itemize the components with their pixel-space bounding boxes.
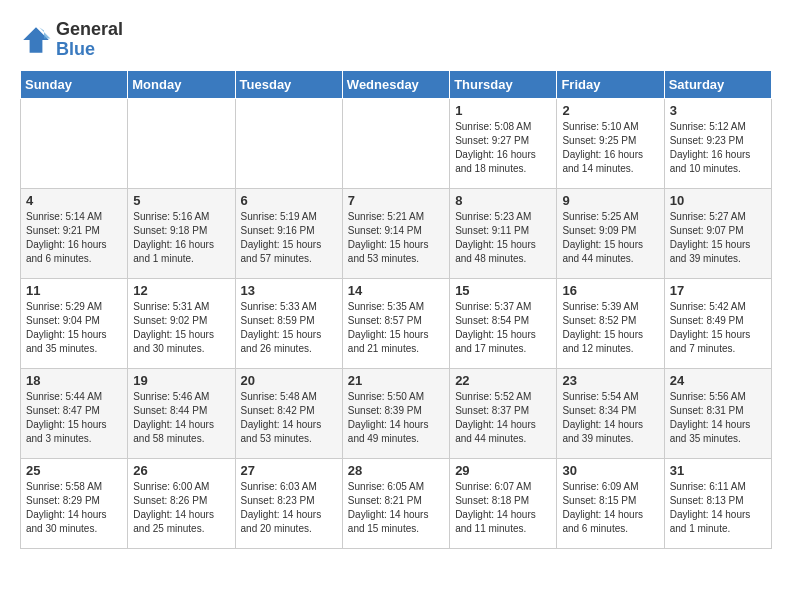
- day-info: Sunrise: 5:27 AMSunset: 9:07 PMDaylight:…: [670, 210, 766, 266]
- day-number: 13: [241, 283, 337, 298]
- day-info: Sunrise: 5:23 AMSunset: 9:11 PMDaylight:…: [455, 210, 551, 266]
- day-cell: 12Sunrise: 5:31 AMSunset: 9:02 PMDayligh…: [128, 278, 235, 368]
- day-info: Sunrise: 5:35 AMSunset: 8:57 PMDaylight:…: [348, 300, 444, 356]
- col-header-tuesday: Tuesday: [235, 70, 342, 98]
- day-info: Sunrise: 5:50 AMSunset: 8:39 PMDaylight:…: [348, 390, 444, 446]
- day-cell: 29Sunrise: 6:07 AMSunset: 8:18 PMDayligh…: [450, 458, 557, 548]
- day-number: 22: [455, 373, 551, 388]
- day-cell: 15Sunrise: 5:37 AMSunset: 8:54 PMDayligh…: [450, 278, 557, 368]
- logo: General Blue: [20, 20, 123, 60]
- col-header-saturday: Saturday: [664, 70, 771, 98]
- day-number: 24: [670, 373, 766, 388]
- col-header-thursday: Thursday: [450, 70, 557, 98]
- day-number: 9: [562, 193, 658, 208]
- week-row-1: 1Sunrise: 5:08 AMSunset: 9:27 PMDaylight…: [21, 98, 772, 188]
- day-info: Sunrise: 5:08 AMSunset: 9:27 PMDaylight:…: [455, 120, 551, 176]
- day-cell: 25Sunrise: 5:58 AMSunset: 8:29 PMDayligh…: [21, 458, 128, 548]
- day-number: 6: [241, 193, 337, 208]
- week-row-3: 11Sunrise: 5:29 AMSunset: 9:04 PMDayligh…: [21, 278, 772, 368]
- day-number: 21: [348, 373, 444, 388]
- day-number: 27: [241, 463, 337, 478]
- day-cell: 24Sunrise: 5:56 AMSunset: 8:31 PMDayligh…: [664, 368, 771, 458]
- calendar-table: SundayMondayTuesdayWednesdayThursdayFrid…: [20, 70, 772, 549]
- day-number: 20: [241, 373, 337, 388]
- day-info: Sunrise: 5:16 AMSunset: 9:18 PMDaylight:…: [133, 210, 229, 266]
- day-cell: 20Sunrise: 5:48 AMSunset: 8:42 PMDayligh…: [235, 368, 342, 458]
- day-info: Sunrise: 5:58 AMSunset: 8:29 PMDaylight:…: [26, 480, 122, 536]
- day-number: 17: [670, 283, 766, 298]
- day-info: Sunrise: 5:19 AMSunset: 9:16 PMDaylight:…: [241, 210, 337, 266]
- day-cell: 27Sunrise: 6:03 AMSunset: 8:23 PMDayligh…: [235, 458, 342, 548]
- day-cell: 18Sunrise: 5:44 AMSunset: 8:47 PMDayligh…: [21, 368, 128, 458]
- week-row-2: 4Sunrise: 5:14 AMSunset: 9:21 PMDaylight…: [21, 188, 772, 278]
- day-info: Sunrise: 6:09 AMSunset: 8:15 PMDaylight:…: [562, 480, 658, 536]
- col-header-monday: Monday: [128, 70, 235, 98]
- day-number: 16: [562, 283, 658, 298]
- day-number: 28: [348, 463, 444, 478]
- day-cell: 26Sunrise: 6:00 AMSunset: 8:26 PMDayligh…: [128, 458, 235, 548]
- day-cell: 16Sunrise: 5:39 AMSunset: 8:52 PMDayligh…: [557, 278, 664, 368]
- day-number: 5: [133, 193, 229, 208]
- day-info: Sunrise: 5:25 AMSunset: 9:09 PMDaylight:…: [562, 210, 658, 266]
- day-cell: [21, 98, 128, 188]
- day-info: Sunrise: 5:29 AMSunset: 9:04 PMDaylight:…: [26, 300, 122, 356]
- day-number: 8: [455, 193, 551, 208]
- day-cell: 5Sunrise: 5:16 AMSunset: 9:18 PMDaylight…: [128, 188, 235, 278]
- day-info: Sunrise: 5:21 AMSunset: 9:14 PMDaylight:…: [348, 210, 444, 266]
- day-info: Sunrise: 6:00 AMSunset: 8:26 PMDaylight:…: [133, 480, 229, 536]
- day-cell: 23Sunrise: 5:54 AMSunset: 8:34 PMDayligh…: [557, 368, 664, 458]
- day-cell: 17Sunrise: 5:42 AMSunset: 8:49 PMDayligh…: [664, 278, 771, 368]
- day-cell: [342, 98, 449, 188]
- day-number: 3: [670, 103, 766, 118]
- day-cell: 14Sunrise: 5:35 AMSunset: 8:57 PMDayligh…: [342, 278, 449, 368]
- svg-marker-0: [23, 27, 49, 53]
- day-number: 26: [133, 463, 229, 478]
- day-number: 31: [670, 463, 766, 478]
- header-row: SundayMondayTuesdayWednesdayThursdayFrid…: [21, 70, 772, 98]
- day-info: Sunrise: 5:48 AMSunset: 8:42 PMDaylight:…: [241, 390, 337, 446]
- day-number: 7: [348, 193, 444, 208]
- day-info: Sunrise: 5:14 AMSunset: 9:21 PMDaylight:…: [26, 210, 122, 266]
- day-info: Sunrise: 5:39 AMSunset: 8:52 PMDaylight:…: [562, 300, 658, 356]
- day-info: Sunrise: 5:46 AMSunset: 8:44 PMDaylight:…: [133, 390, 229, 446]
- day-info: Sunrise: 5:10 AMSunset: 9:25 PMDaylight:…: [562, 120, 658, 176]
- day-number: 23: [562, 373, 658, 388]
- day-cell: 30Sunrise: 6:09 AMSunset: 8:15 PMDayligh…: [557, 458, 664, 548]
- logo-icon: [20, 24, 52, 56]
- day-cell: 1Sunrise: 5:08 AMSunset: 9:27 PMDaylight…: [450, 98, 557, 188]
- day-info: Sunrise: 5:56 AMSunset: 8:31 PMDaylight:…: [670, 390, 766, 446]
- day-number: 10: [670, 193, 766, 208]
- day-info: Sunrise: 5:31 AMSunset: 9:02 PMDaylight:…: [133, 300, 229, 356]
- day-cell: 2Sunrise: 5:10 AMSunset: 9:25 PMDaylight…: [557, 98, 664, 188]
- day-info: Sunrise: 5:37 AMSunset: 8:54 PMDaylight:…: [455, 300, 551, 356]
- day-number: 1: [455, 103, 551, 118]
- week-row-5: 25Sunrise: 5:58 AMSunset: 8:29 PMDayligh…: [21, 458, 772, 548]
- day-number: 12: [133, 283, 229, 298]
- day-cell: 31Sunrise: 6:11 AMSunset: 8:13 PMDayligh…: [664, 458, 771, 548]
- day-cell: [235, 98, 342, 188]
- day-info: Sunrise: 6:03 AMSunset: 8:23 PMDaylight:…: [241, 480, 337, 536]
- day-number: 18: [26, 373, 122, 388]
- day-info: Sunrise: 5:12 AMSunset: 9:23 PMDaylight:…: [670, 120, 766, 176]
- day-cell: 22Sunrise: 5:52 AMSunset: 8:37 PMDayligh…: [450, 368, 557, 458]
- day-number: 4: [26, 193, 122, 208]
- day-cell: 6Sunrise: 5:19 AMSunset: 9:16 PMDaylight…: [235, 188, 342, 278]
- day-number: 15: [455, 283, 551, 298]
- day-cell: 4Sunrise: 5:14 AMSunset: 9:21 PMDaylight…: [21, 188, 128, 278]
- day-cell: [128, 98, 235, 188]
- day-number: 2: [562, 103, 658, 118]
- day-cell: 19Sunrise: 5:46 AMSunset: 8:44 PMDayligh…: [128, 368, 235, 458]
- day-info: Sunrise: 6:07 AMSunset: 8:18 PMDaylight:…: [455, 480, 551, 536]
- logo-text: General Blue: [56, 20, 123, 60]
- day-info: Sunrise: 5:52 AMSunset: 8:37 PMDaylight:…: [455, 390, 551, 446]
- day-number: 11: [26, 283, 122, 298]
- day-cell: 10Sunrise: 5:27 AMSunset: 9:07 PMDayligh…: [664, 188, 771, 278]
- day-cell: 13Sunrise: 5:33 AMSunset: 8:59 PMDayligh…: [235, 278, 342, 368]
- day-info: Sunrise: 6:05 AMSunset: 8:21 PMDaylight:…: [348, 480, 444, 536]
- col-header-friday: Friday: [557, 70, 664, 98]
- day-info: Sunrise: 6:11 AMSunset: 8:13 PMDaylight:…: [670, 480, 766, 536]
- day-number: 30: [562, 463, 658, 478]
- day-info: Sunrise: 5:42 AMSunset: 8:49 PMDaylight:…: [670, 300, 766, 356]
- day-info: Sunrise: 5:33 AMSunset: 8:59 PMDaylight:…: [241, 300, 337, 356]
- day-cell: 21Sunrise: 5:50 AMSunset: 8:39 PMDayligh…: [342, 368, 449, 458]
